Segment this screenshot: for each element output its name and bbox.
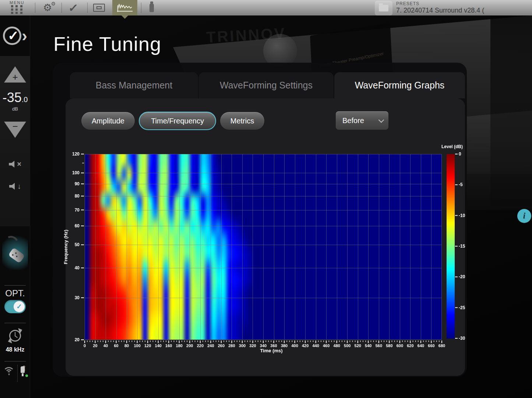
presets-label: PRESETS: [396, 1, 484, 6]
mic-on-led: [25, 374, 28, 377]
divider: [4, 285, 26, 286]
presets-selector[interactable]: PRESETS 7. 20240714 Surround v28.4 (: [375, 0, 484, 15]
toolbar-separator: [141, 3, 141, 13]
checkmark-icon: ✓: [68, 1, 79, 14]
colorbar: [446, 149, 472, 344]
metrics-view-button[interactable]: Metrics: [220, 112, 265, 130]
left-sidebar: ✓ › + -35.0 dB − × ↓ OP: [0, 15, 30, 398]
info-icon: i: [523, 211, 525, 221]
minus-icon[interactable]: −: [0, 121, 30, 132]
colorbar-title: Level (dB): [441, 144, 463, 149]
fine-tuning-button-active[interactable]: [112, 0, 137, 15]
optimizer-toggle[interactable]: ✓: [4, 300, 26, 313]
dotted-divider: [17, 365, 18, 382]
app-root: TRINNOV Home Theater Preamp/Optimizer ME…: [0, 0, 532, 398]
volume-unit: dB: [0, 106, 30, 112]
info-button[interactable]: i: [517, 209, 531, 223]
folder-icon: [379, 5, 388, 11]
x-axis-label: Time (ms): [235, 348, 308, 353]
calibration-button[interactable]: ✓: [63, 0, 83, 15]
time-frequency-view-button-selected[interactable]: Time/Frequency: [139, 112, 216, 130]
background-shadow: [490, 0, 532, 206]
speaker-icon: [9, 183, 17, 190]
screen-room-icon: [93, 4, 105, 12]
top-toolbar: MENU ⚙ ⚙ ✓: [0, 0, 532, 15]
volume-decimal: .0: [22, 95, 28, 104]
chevron-down-icon: [378, 117, 384, 123]
settings-button[interactable]: ⚙ ⚙: [39, 0, 56, 15]
mic-on-label: ON: [22, 366, 26, 371]
logo-chevron-icon: ›: [22, 27, 27, 45]
toggle-knob: ✓: [14, 301, 25, 312]
amplitude-view-button[interactable]: Amplitude: [81, 112, 135, 130]
speaker-icon: [9, 161, 16, 168]
presets-texts: PRESETS 7. 20240714 Surround v28.4 (: [396, 1, 484, 14]
toggle-check-icon: ✓: [16, 303, 22, 311]
menu-grid-icon: [11, 5, 24, 14]
presets-folder-tile: [375, 1, 392, 15]
trinnov-logo[interactable]: ✓ ›: [3, 26, 27, 49]
spectrogram-chart: [61, 147, 445, 353]
sample-rate-label: 48 kHz: [0, 346, 30, 353]
mute-button[interactable]: ×: [0, 160, 30, 168]
toolbar-separator: [87, 3, 88, 13]
divider: [4, 323, 26, 323]
waveform-graph-icon: [116, 2, 133, 14]
source-select-button[interactable]: [2, 233, 28, 270]
divider: [4, 361, 26, 362]
device-brand-text: TRINNOV: [206, 24, 286, 46]
y-axis-label: Frequency (Hz): [63, 225, 70, 269]
room-setup-button[interactable]: [90, 0, 108, 15]
toolbar-separator: [61, 3, 62, 13]
dim-arrow-icon: ↓: [17, 182, 21, 191]
before-after-dropdown[interactable]: Before: [336, 111, 388, 130]
menu-label: MENU: [10, 0, 24, 5]
wifi-icon[interactable]: [3, 367, 15, 378]
microphone-button[interactable]: [144, 0, 160, 15]
optimizer-label: OPT.: [0, 288, 30, 298]
tab-waveforming-settings[interactable]: WaveForming Settings: [199, 72, 334, 98]
tab-bass-management[interactable]: Bass Management: [70, 72, 198, 98]
dim-button[interactable]: ↓: [0, 182, 30, 191]
dropdown-value: Before: [342, 116, 364, 125]
preset-name: 7. 20240714 Surround v28.4 (: [396, 7, 484, 14]
mute-x-icon: ×: [17, 160, 21, 168]
status-icons-row: ON: [0, 365, 30, 383]
microphone-icon: [149, 3, 154, 12]
sample-rate-sync-icon[interactable]: [7, 328, 23, 343]
volume-panel: + -35.0 dB − × ↓: [0, 56, 30, 226]
logo-check-icon: ✓: [8, 28, 19, 43]
menu-button[interactable]: MENU: [8, 0, 34, 15]
page-title: Fine Tuning: [53, 32, 161, 55]
toolbar-separator: [35, 3, 35, 13]
volume-display: -35.0: [0, 90, 30, 105]
tab-waveforming-graphs-active[interactable]: WaveForming Graphs: [334, 72, 465, 98]
volume-value: -35: [3, 90, 22, 105]
gear-small-icon: ⚙: [51, 1, 56, 7]
plus-icon[interactable]: +: [0, 71, 30, 83]
